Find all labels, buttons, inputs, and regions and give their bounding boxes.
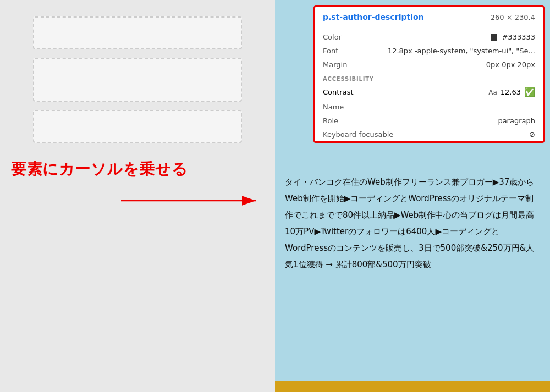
margin-value: 0px 0px 20px [486, 60, 535, 69]
bottom-bar [275, 381, 550, 392]
arrow-icon [121, 187, 264, 214]
name-label: Name [323, 103, 367, 111]
role-label: Role [323, 117, 367, 125]
name-row: Name [315, 100, 543, 114]
accessibility-label: ACCESSIBILITY [323, 76, 374, 82]
color-value: #333333 [491, 33, 535, 41]
keyboard-value: ⊘ [529, 130, 535, 139]
instruction-text: 要素にカーソルを乗せる [11, 159, 188, 179]
color-swatch [491, 34, 497, 41]
margin-row: Margin 0px 0px 20px [315, 58, 543, 71]
divider-line [380, 79, 535, 79]
margin-label: Margin [323, 60, 367, 69]
role-value: paragraph [498, 117, 535, 125]
font-value: 12.8px -apple-system, "system-ui", "Se..… [388, 47, 535, 55]
placeholder-block-2 [33, 58, 242, 102]
content-area: タイ・バンコク在住のWeb制作フリーランス兼ブロガー▶37歳からWeb制作を開始… [275, 165, 550, 392]
contrast-row: Contrast Aa 12.63 ✅ [315, 84, 543, 100]
inspector-panel: p.st-author-description 260 × 230.4 Colo… [314, 5, 544, 143]
role-row: Role paragraph [315, 114, 543, 128]
color-row: Color #333333 [315, 30, 543, 44]
placeholder-block-1 [33, 16, 242, 49]
color-label: Color [323, 33, 367, 41]
accessibility-divider: ACCESSIBILITY [315, 71, 543, 84]
check-icon: ✅ [524, 87, 535, 97]
keyboard-label: Keyboard-focusable [323, 130, 393, 139]
contrast-value: Aa 12.63 ✅ [488, 87, 535, 97]
selector-name: p.st-author-description [323, 13, 424, 21]
font-label: Font [323, 47, 367, 55]
dimensions: 260 × 230.4 [491, 13, 535, 21]
placeholder-block-3 [33, 110, 242, 143]
color-hex: #333333 [502, 33, 535, 41]
instruction-box: 要素にカーソルを乗せる [11, 159, 188, 179]
inspector-header: p.st-author-description 260 × 230.4 [315, 7, 543, 30]
keyboard-row: Keyboard-focusable ⊘ [315, 128, 543, 141]
font-row: Font 12.8px -apple-system, "system-ui", … [315, 44, 543, 58]
contrast-number: 12.63 [501, 88, 521, 96]
contrast-label: Contrast [323, 88, 354, 96]
inspector-selector: p.st-author-description 260 × 230.4 [323, 13, 535, 21]
aa-badge: Aa [488, 89, 497, 96]
japanese-text: タイ・バンコク在住のWeb制作フリーランス兼ブロガー▶37歳からWeb制作を開始… [285, 174, 540, 273]
